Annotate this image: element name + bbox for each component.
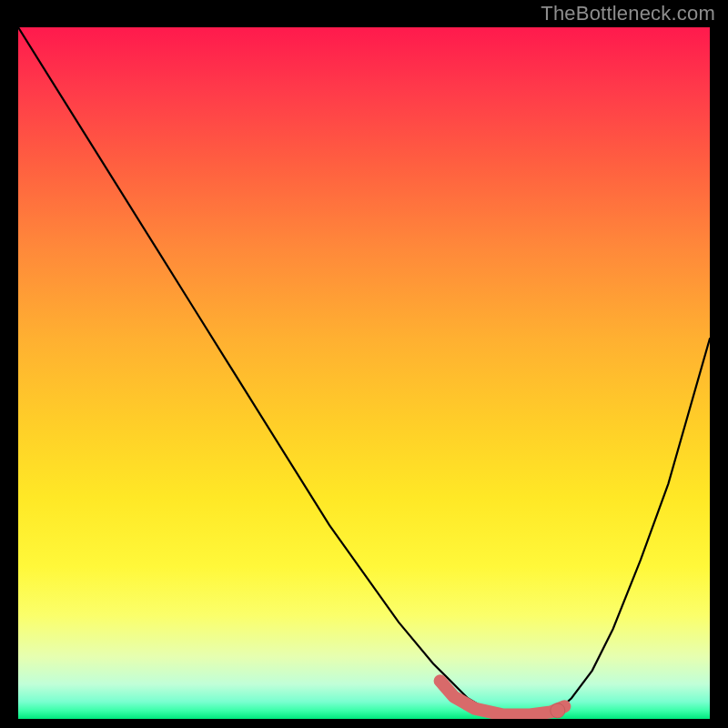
watermark-text: TheBottleneck.com bbox=[541, 2, 715, 25]
selected-range-segment bbox=[440, 681, 565, 714]
chart-frame: TheBottleneck.com bbox=[0, 0, 728, 728]
plot-area bbox=[18, 27, 710, 719]
curve-layer bbox=[18, 27, 710, 719]
selected-range-end-marker bbox=[551, 703, 565, 718]
bottleneck-curve bbox=[18, 27, 710, 715]
